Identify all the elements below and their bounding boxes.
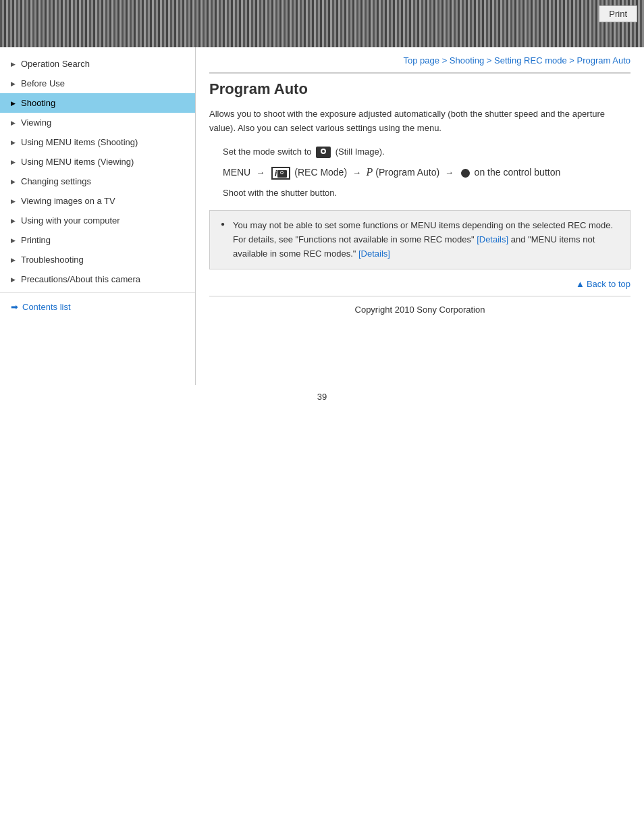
- step2-dot-suffix: on the control button: [475, 167, 561, 178]
- step2-menu: MENU: [223, 167, 250, 178]
- arrow-icon: ▶: [11, 276, 16, 283]
- program-auto-icon: P: [367, 166, 373, 178]
- arrow-icon: ▶: [11, 100, 16, 107]
- sidebar-item-operation-search[interactable]: ▶ Operation Search: [0, 54, 195, 74]
- step1-icon-label: (Still Image).: [336, 147, 385, 157]
- sidebar-item-printing[interactable]: ▶ Printing: [0, 230, 195, 250]
- sidebar-label: Viewing: [21, 118, 51, 128]
- note-link-1[interactable]: [Details]: [477, 234, 508, 244]
- page-title: Program Auto: [209, 80, 630, 98]
- arrow-icon: ▶: [11, 217, 16, 224]
- sidebar-item-using-menu-viewing[interactable]: ▶ Using MENU items (Viewing): [0, 152, 195, 172]
- footer-divider: [209, 296, 630, 296]
- control-button-icon: [461, 169, 470, 178]
- note-list-item: You may not be able to set some function…: [221, 219, 619, 261]
- sidebar-label: Using MENU items (Viewing): [21, 157, 134, 167]
- arrow-icon: ▶: [11, 237, 16, 244]
- sidebar-label: Precautions/About this camera: [21, 274, 140, 284]
- breadcrumb-sep2: >: [484, 55, 494, 66]
- sidebar-label: Troubleshooting: [21, 255, 84, 265]
- note-link-2[interactable]: [Details]: [358, 249, 390, 259]
- arrow-icon: ▶: [11, 139, 16, 146]
- contents-list-label: Contents list: [22, 302, 71, 312]
- still-image-icon: [316, 147, 331, 158]
- step2-p-suffix: (Program Auto): [375, 167, 442, 178]
- sidebar-item-before-use[interactable]: ▶ Before Use: [0, 74, 195, 93]
- breadcrumb-sep3: >: [567, 55, 577, 66]
- sidebar-label: Operation Search: [21, 59, 90, 69]
- step2-rec-mode: (REC Mode): [294, 167, 350, 178]
- arrow-icon: ▶: [11, 159, 16, 165]
- step2-arrow3: →: [445, 167, 456, 178]
- sidebar-label: Viewing images on a TV: [21, 196, 115, 206]
- note-box: You may not be able to set some function…: [209, 210, 630, 269]
- breadcrumb-sep1: >: [439, 55, 450, 66]
- arrow-icon: ▶: [11, 61, 16, 68]
- step-2: MENU → i (REC Mode) → P (Program Auto) →…: [223, 163, 630, 182]
- sidebar-item-viewing-images-tv[interactable]: ▶ Viewing images on a TV: [0, 191, 195, 211]
- header-bar: Print: [0, 0, 644, 47]
- back-to-top: ▲Back to top: [209, 279, 630, 289]
- back-to-top-label: Back to top: [587, 279, 630, 289]
- breadcrumb-setting-rec[interactable]: Setting REC mode: [494, 55, 567, 66]
- sidebar-item-precautions[interactable]: ▶ Precautions/About this camera: [0, 269, 195, 289]
- content-area: Top page > Shooting > Setting REC mode >…: [196, 47, 644, 385]
- triangle-icon: ▲: [576, 279, 585, 289]
- arrow-icon: ▶: [11, 80, 16, 87]
- contents-list-link[interactable]: ➡ Contents list: [0, 296, 195, 317]
- arrow-icon: ▶: [11, 178, 16, 185]
- arrow-icon: ▶: [11, 198, 16, 205]
- page-title-section: Program Auto: [209, 72, 630, 98]
- arrow-icon: ▶: [11, 120, 16, 126]
- sidebar: ▶ Operation Search ▶ Before Use ▶ Shooti…: [0, 47, 196, 385]
- main-layout: ▶ Operation Search ▶ Before Use ▶ Shooti…: [0, 47, 644, 385]
- step2-arrow2: →: [352, 167, 364, 178]
- sidebar-item-shooting[interactable]: ▶ Shooting: [0, 93, 195, 113]
- sidebar-item-troubleshooting[interactable]: ▶ Troubleshooting: [0, 250, 195, 269]
- sidebar-label: Using with your computer: [21, 215, 120, 226]
- step1-prefix: Set the mode switch to: [223, 147, 312, 157]
- breadcrumb: Top page > Shooting > Setting REC mode >…: [209, 47, 630, 72]
- breadcrumb-top-page[interactable]: Top page: [404, 55, 440, 66]
- print-button[interactable]: Print: [599, 5, 637, 22]
- description: Allows you to shoot with the exposure ad…: [209, 107, 630, 136]
- step-1: Set the mode switch to (Still Image).: [223, 145, 630, 159]
- sidebar-item-changing-settings[interactable]: ▶ Changing settings: [0, 172, 195, 191]
- sidebar-item-viewing[interactable]: ▶ Viewing: [0, 113, 195, 132]
- footer-copyright: Copyright 2010 Sony Corporation: [209, 301, 630, 321]
- breadcrumb-program-auto[interactable]: Program Auto: [577, 55, 631, 66]
- sidebar-label: Before Use: [21, 78, 65, 88]
- ic-camera-icon: i: [271, 167, 291, 180]
- sidebar-label: Shooting: [21, 98, 55, 108]
- sidebar-divider: [0, 292, 195, 293]
- sidebar-label: Changing settings: [21, 176, 91, 186]
- step-3: Shoot with the shutter button.: [223, 186, 630, 201]
- sidebar-label: Printing: [21, 235, 51, 245]
- sidebar-item-using-menu-shooting[interactable]: ▶ Using MENU items (Shooting): [0, 132, 195, 152]
- arrow-right-icon: ➡: [11, 302, 18, 312]
- back-to-top-link[interactable]: ▲Back to top: [576, 279, 630, 289]
- sidebar-label: Using MENU items (Shooting): [21, 137, 138, 147]
- arrow-icon: ▶: [11, 257, 16, 263]
- step2-arrow1: →: [256, 167, 267, 178]
- page-number: 39: [0, 385, 644, 415]
- breadcrumb-shooting[interactable]: Shooting: [450, 55, 484, 66]
- sidebar-item-using-computer[interactable]: ▶ Using with your computer: [0, 211, 195, 230]
